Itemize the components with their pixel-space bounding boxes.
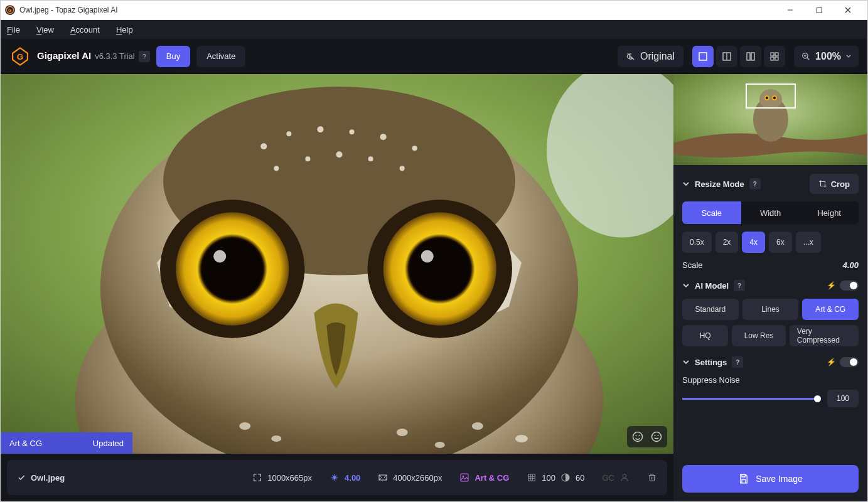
app-icon: G: [4, 4, 16, 16]
svg-rect-58: [379, 475, 387, 480]
svg-rect-4: [817, 8, 822, 13]
version-help-icon[interactable]: ?: [139, 51, 150, 62]
logo-icon: G: [9, 46, 31, 67]
svg-rect-15: [771, 57, 774, 60]
svg-point-28: [317, 126, 323, 132]
crop-label: Crop: [831, 179, 850, 189]
brand-version: v6.3.3 Trial: [95, 51, 135, 61]
sidebar: Resize Mode ? Crop Scale Width Height: [673, 74, 867, 501]
crop-button[interactable]: Crop: [810, 174, 859, 194]
svg-point-36: [400, 166, 405, 171]
svg-point-43: [410, 238, 470, 299]
buy-button[interactable]: Buy: [156, 46, 190, 67]
model-standard[interactable]: Standard: [682, 299, 739, 320]
overlay-model: Art & CG: [9, 439, 42, 448]
svg-rect-14: [775, 53, 778, 56]
model-art-cg[interactable]: Art & CG: [802, 299, 859, 320]
mode-width[interactable]: Width: [741, 201, 800, 224]
navigator-viewport-rect[interactable]: [746, 83, 796, 109]
svg-text:G: G: [17, 52, 24, 61]
menu-file[interactable]: File: [7, 25, 20, 35]
model-hq[interactable]: HQ: [682, 325, 728, 346]
chevron-down-icon[interactable]: [682, 180, 690, 188]
model-name: Art & CG: [474, 473, 509, 483]
face-neutral-icon[interactable]: [648, 429, 665, 445]
svg-point-67: [623, 474, 626, 478]
view-side-button[interactable]: [740, 46, 761, 67]
settings-label: Settings: [695, 358, 727, 367]
original-toggle[interactable]: Original: [618, 46, 683, 67]
suppress-noise-label: Suppress Noise: [682, 375, 859, 385]
svg-point-50: [515, 435, 528, 442]
scale-value: 4.00: [345, 473, 360, 483]
zoom-icon: [801, 52, 810, 61]
svg-point-29: [350, 129, 355, 134]
menu-account[interactable]: Account: [70, 25, 100, 35]
menu-help[interactable]: Help: [116, 25, 133, 35]
svg-point-52: [636, 435, 637, 436]
out-dimensions: 4000x2660px: [393, 473, 442, 483]
svg-point-34: [336, 151, 342, 158]
save-image-button[interactable]: Save Image: [682, 465, 859, 493]
svg-point-49: [472, 422, 483, 430]
svg-rect-16: [775, 57, 778, 60]
view-grid-button[interactable]: [764, 46, 785, 67]
svg-point-26: [260, 143, 267, 149]
scale-4x[interactable]: 4x: [742, 232, 765, 253]
scale-2x[interactable]: 2x: [715, 232, 739, 253]
chevron-down-icon[interactable]: [682, 282, 690, 289]
file-item[interactable]: Owl.jpeg: [17, 473, 65, 483]
navigator-preview[interactable]: [673, 74, 867, 165]
ai-model-help-icon[interactable]: ?: [734, 280, 745, 291]
model-lowres[interactable]: Low Res: [732, 325, 786, 346]
bolt-icon: ⚡: [827, 358, 836, 366]
maximize-button[interactable]: [805, 1, 833, 19]
view-single-button[interactable]: [692, 46, 714, 67]
gc-label: GC: [603, 473, 615, 483]
mode-scale[interactable]: Scale: [682, 201, 741, 224]
suppress-noise-value[interactable]: 100: [827, 390, 859, 407]
svg-point-51: [633, 432, 643, 442]
svg-text:G: G: [8, 8, 11, 13]
crop-icon: [818, 179, 827, 188]
svg-point-39: [202, 238, 262, 299]
zoom-value: 100%: [815, 51, 841, 62]
scale-6x[interactable]: 6x: [769, 232, 792, 253]
resize-help-icon[interactable]: ?: [749, 178, 761, 190]
model-lines[interactable]: Lines: [742, 299, 799, 320]
svg-point-56: [658, 435, 659, 436]
q2-value: 60: [576, 473, 584, 483]
face-happy-icon[interactable]: [630, 429, 646, 445]
svg-point-45: [239, 422, 250, 430]
scale-icon: [330, 473, 340, 483]
suppress-noise-slider[interactable]: [682, 398, 821, 400]
activate-button[interactable]: Activate: [196, 46, 245, 67]
svg-rect-59: [461, 474, 468, 481]
zoom-control[interactable]: 100%: [794, 46, 859, 67]
chevron-down-icon: [846, 54, 851, 59]
mode-height[interactable]: Height: [800, 201, 859, 224]
settings-auto-toggle[interactable]: [840, 357, 859, 367]
delete-button[interactable]: [647, 473, 657, 483]
contrast-icon: [560, 473, 571, 483]
trash-icon: [647, 473, 657, 483]
person-icon: [619, 473, 630, 483]
scale-0-5x[interactable]: 0.5x: [682, 232, 712, 253]
chevron-down-icon[interactable]: [682, 358, 690, 366]
view-split-v-button[interactable]: [716, 46, 737, 67]
resize-mode-label: Resize Mode: [695, 179, 744, 189]
minimize-button[interactable]: [776, 1, 805, 19]
eye-off-icon: [626, 52, 635, 61]
menu-view[interactable]: View: [36, 25, 54, 35]
svg-point-54: [652, 432, 662, 442]
scale-custom[interactable]: ...x: [796, 232, 821, 253]
settings-help-icon[interactable]: ?: [732, 356, 743, 368]
svg-point-27: [286, 131, 291, 136]
brand-name: Gigapixel AI: [37, 50, 91, 61]
dimensions-icon: [252, 473, 262, 483]
ai-auto-toggle[interactable]: [840, 280, 859, 291]
close-button[interactable]: [833, 1, 862, 19]
image-viewport[interactable]: Art & CG Updated: [1, 74, 673, 454]
model-verycompressed[interactable]: Very Compressed: [790, 325, 859, 346]
save-icon: [738, 473, 749, 484]
